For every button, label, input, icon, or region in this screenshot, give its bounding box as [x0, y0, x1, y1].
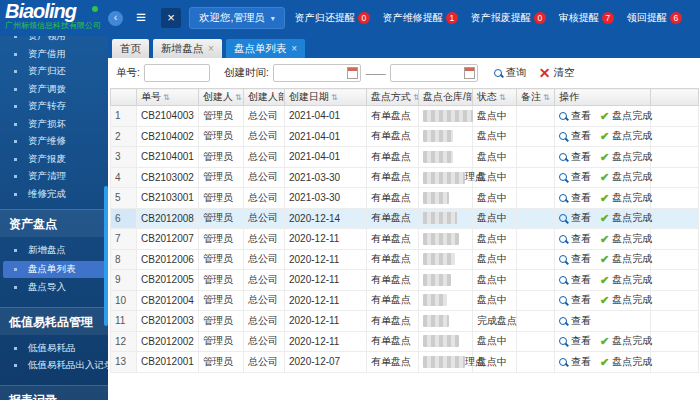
table-row[interactable]: 12CB2012002管理员总公司2020-12-11有单盘点盘点中查看✔盘点完… [111, 331, 699, 352]
tab-label: 首页 [120, 42, 141, 56]
sort-icon[interactable]: ⇅ [499, 93, 506, 102]
sidebar-item[interactable]: 资产维修 [0, 133, 108, 151]
hamburger-menu-icon[interactable]: ≡ [136, 8, 146, 28]
table-row[interactable]: 8CB2012006管理员总公司2020-12-11有单盘点盘点中查看✔盘点完成 [111, 249, 699, 270]
complete-action[interactable]: ✔盘点完成 [600, 273, 652, 287]
sort-icon[interactable]: ⇅ [543, 93, 550, 102]
sidebar-section-header[interactable]: 低值易耗品管理 [0, 307, 108, 335]
table-row[interactable]: 3CB2104001管理员总公司2021-04-01有单盘点盘点中查看✔盘点完成 [111, 147, 699, 168]
complete-action[interactable]: ✔盘点完成 [600, 109, 652, 123]
sidebar-collapse-button[interactable]: ‹ [108, 11, 123, 26]
view-action[interactable]: 查看 [559, 334, 591, 348]
view-action-label: 查看 [571, 150, 591, 164]
sort-icon[interactable]: ⇅ [163, 93, 170, 102]
clear-button[interactable]: ✕ 清空 [539, 66, 575, 80]
complete-action[interactable]: ✔盘点完成 [600, 355, 652, 369]
sidebar-item[interactable]: 资产调拨 [0, 81, 108, 99]
table-row[interactable]: 4CB2103002管理员总公司2021-03-30有单盘点理点盘点中查看✔盘点… [111, 167, 699, 188]
sidebar-item[interactable]: 低值易耗品 [0, 340, 108, 358]
sidebar-section-header[interactable]: 报表记录 [0, 385, 108, 400]
view-action[interactable]: 查看 [559, 150, 591, 164]
column-header[interactable]: 备注⇅ [517, 89, 555, 106]
sidebar-item[interactable]: 资产报废 [0, 151, 108, 169]
view-action[interactable]: 查看 [559, 314, 591, 328]
table-row[interactable]: 5CB2103001管理员总公司2021-03-30有单盘点盘点中查看✔盘点完成 [111, 188, 699, 209]
order-no-input[interactable] [144, 64, 210, 82]
complete-action[interactable]: ✔盘点完成 [600, 150, 652, 164]
sidebar-item[interactable]: 资产领用 [0, 36, 108, 46]
sidebar-item[interactable]: 资产损坏 [0, 116, 108, 134]
sidebar-item[interactable]: 资产借用 [0, 46, 108, 64]
column-header[interactable]: 盘点方式⇅ [367, 89, 419, 106]
sidebar-item[interactable]: 低值易耗品出入记录 [0, 357, 108, 375]
view-action[interactable]: 查看 [559, 129, 591, 143]
sidebar-item[interactable]: 资产归还 [0, 63, 108, 81]
notification-item[interactable]: 资产维修提醒1 [383, 11, 458, 25]
user-welcome-dropdown[interactable]: 欢迎您,管理员▾ [189, 7, 285, 29]
table-row[interactable]: 1CB2104003管理员总公司2021-04-01有单盘点盘点中查看✔盘点完成 [111, 106, 699, 127]
column-header[interactable]: 状态⇅ [473, 89, 517, 106]
complete-action[interactable]: ✔盘点完成 [600, 129, 652, 143]
cell-status: 盘点中 [473, 331, 517, 352]
cell-empty [651, 147, 699, 168]
view-action[interactable]: 查看 [559, 293, 591, 307]
cell-target [419, 229, 473, 250]
sidebar-section-header[interactable]: 资产盘点 [0, 209, 108, 237]
complete-action[interactable]: ✔盘点完成 [600, 334, 652, 348]
column-header[interactable]: 单号⇅ [137, 89, 199, 106]
table-row[interactable]: 7CB2012007管理员总公司2020-12-11有单盘点盘点中查看✔盘点完成 [111, 229, 699, 250]
cell-row-number: 11 [111, 311, 137, 332]
calendar-icon[interactable] [347, 67, 358, 79]
view-magnifier-icon [559, 296, 567, 304]
sort-icon[interactable]: ⇅ [235, 93, 242, 102]
complete-action[interactable]: ✔盘点完成 [600, 170, 652, 184]
column-header[interactable]: 创建人⇅ [199, 89, 244, 106]
column-header[interactable]: 创建人部门⇅ [244, 89, 285, 106]
view-action[interactable]: 查看 [559, 252, 591, 266]
tab-close-icon[interactable]: × [291, 43, 297, 54]
notification-item[interactable]: 资产归还提醒0 [295, 11, 370, 25]
table-row[interactable]: 6CB2012008管理员总公司2020-12-14有单盘点盘点中查看✔盘点完成 [111, 208, 699, 229]
table-row[interactable]: 13CB2012001管理员总公司2020-12-07有单盘点理点盘点中查看✔盘… [111, 352, 699, 373]
sidebar-item[interactable]: 盘点导入 [0, 279, 108, 297]
tab-close-icon[interactable]: × [208, 43, 214, 54]
tab-首页[interactable]: 首页 [112, 39, 149, 58]
notification-item[interactable]: 资产报废提醒0 [471, 11, 546, 25]
view-action[interactable]: 查看 [559, 355, 591, 369]
sidebar-scrollbar[interactable] [104, 186, 108, 326]
table-row[interactable]: 2CB2104002管理员总公司2021-04-01有单盘点盘点中查看✔盘点完成 [111, 126, 699, 147]
sidebar-item[interactable]: 维修完成 [0, 186, 108, 204]
notification-item[interactable]: 审核提醒7 [559, 11, 614, 25]
sort-icon[interactable]: ⇅ [413, 93, 419, 102]
calendar-icon[interactable] [464, 67, 475, 79]
search-button[interactable]: 查询 [494, 66, 527, 80]
complete-action[interactable]: ✔盘点完成 [600, 252, 652, 266]
sidebar-item[interactable]: 新增盘点 [0, 242, 108, 260]
complete-action[interactable]: ✔盘点完成 [600, 191, 652, 205]
close-tabs-button[interactable]: × [161, 8, 181, 28]
view-action[interactable]: 查看 [559, 211, 591, 225]
sort-icon[interactable]: ⇅ [331, 93, 338, 102]
complete-action[interactable]: ✔盘点完成 [600, 293, 652, 307]
column-header[interactable]: 操作 [555, 89, 651, 106]
column-header[interactable]: 盘点仓库/部门⇅ [419, 89, 473, 106]
complete-action[interactable]: ✔盘点完成 [600, 232, 652, 246]
notification-item[interactable]: 领回提醒6 [627, 11, 682, 25]
column-header[interactable]: 创建日期⇅ [285, 89, 367, 106]
sidebar-item[interactable]: 资产清理 [0, 168, 108, 186]
table-row[interactable]: 10CB2012004管理员总公司2020-12-11有单盘点盘点中查看✔盘点完… [111, 290, 699, 311]
censored-text [423, 315, 449, 327]
table-row[interactable]: 9CB2012005管理员总公司2020-12-11有单盘点盘点中查看✔盘点完成 [111, 270, 699, 291]
view-action[interactable]: 查看 [559, 109, 591, 123]
sidebar-item[interactable]: 资产转存 [0, 98, 108, 116]
tab-盘点单列表[interactable]: 盘点单列表× [226, 39, 305, 58]
cell-create-date: 2020-12-11 [285, 249, 367, 270]
table-row[interactable]: 11CB2012003管理员总公司2020-12-11有单盘点完成盘点查看 [111, 311, 699, 332]
sidebar-item[interactable]: 盘点单列表 [3, 261, 105, 279]
view-action[interactable]: 查看 [559, 232, 591, 246]
view-action[interactable]: 查看 [559, 191, 591, 205]
view-action[interactable]: 查看 [559, 170, 591, 184]
tab-新增盘点[interactable]: 新增盘点× [153, 39, 222, 58]
complete-action[interactable]: ✔盘点完成 [600, 211, 652, 225]
view-action[interactable]: 查看 [559, 273, 591, 287]
